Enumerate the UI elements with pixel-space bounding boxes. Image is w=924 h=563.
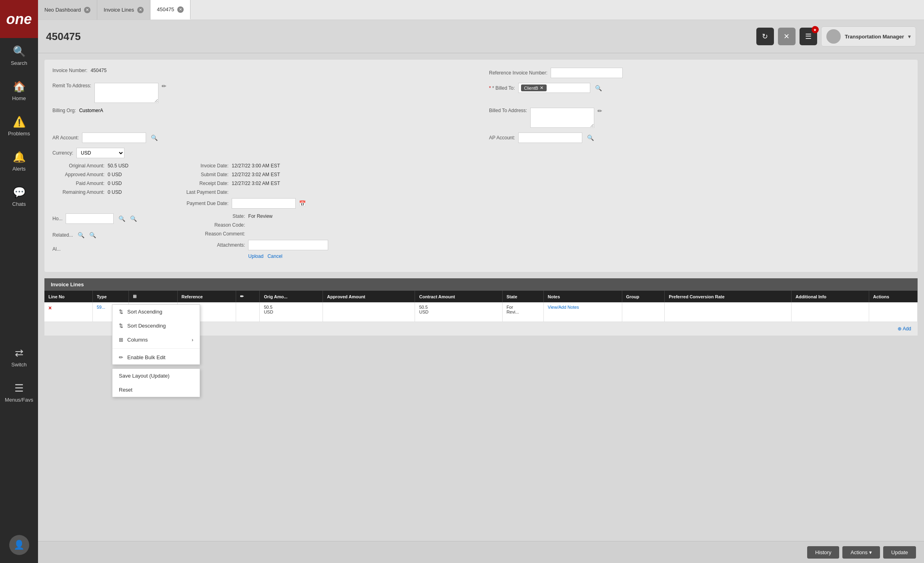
billed-to-address-input[interactable] [530,108,594,128]
reason-code-label: Reason Code: [193,222,245,228]
ho-search-icon-2[interactable]: 🔍 [130,215,137,222]
th-line-no: Line No [44,291,92,302]
remaining-amount-value: 0 USD [108,189,122,195]
ap-account-search-icon[interactable]: 🔍 [587,135,594,141]
cancel-link[interactable]: Cancel [267,253,282,259]
alerts-icon: 🔔 [13,151,26,163]
sidebar-item-chats[interactable]: 💬 Chats [0,179,38,214]
currency-select[interactable]: USD [76,148,124,158]
add-button[interactable]: ⊕ Add [898,326,911,332]
reference-invoice-group: Reference Invoice Number: [489,68,910,78]
th-type: Type [92,291,129,302]
attachments-row: Attachments: [193,240,328,250]
ap-account-label: AP Account: [489,135,515,141]
th-icon[interactable]: ⊞ [129,291,177,302]
tab-450475[interactable]: 450475 ✕ [150,0,190,20]
user-avatar-sidebar[interactable]: 👤 [9,535,29,555]
calendar-icon[interactable]: 📅 [299,200,306,207]
upload-link[interactable]: Upload [248,253,263,259]
ho-label: Ho... [52,216,62,221]
sidebar-item-menus[interactable]: ☰ Menus/Favs [0,375,38,410]
search-icon: 🔍 [13,45,26,58]
remit-to-edit-icon[interactable]: ✏ [162,83,166,89]
state-row: State: For Review [193,213,328,219]
home-icon: 🏠 [13,80,26,93]
sidebar-item-switch[interactable]: ⇄ Switch [0,340,38,375]
th-additional-info: Additional Info [792,291,869,302]
reset-item[interactable]: Reset [112,383,200,397]
tab-invoice-lines[interactable]: Invoice Lines ✕ [97,0,150,20]
update-button[interactable]: Update [883,546,916,559]
tab-neo-dashboard[interactable]: Neo Dashboard ✕ [38,0,97,20]
receipt-date-value: 12/27/22 3:02 AM EST [232,181,280,186]
delete-button[interactable]: × [48,305,52,311]
problems-icon: ⚠️ [13,116,26,128]
sidebar: one 🔍 Search 🏠 Home ⚠️ Problems 🔔 Alerts… [0,0,38,563]
header-actions: ↻ ✕ ☰ ★ Transportation Manager ▾ [756,26,916,46]
billed-to-address-label: Billed To Address: [489,108,527,113]
remit-to-input[interactable] [94,83,158,103]
th-preferred-conversion: Preferred Conversion Rate [665,291,792,302]
th-edit[interactable]: ✏ [236,291,260,302]
sort-ascending-item[interactable]: ⇅ Sort Ascending [112,305,200,319]
paid-amount-value: 0 USD [108,181,122,186]
cell-notes[interactable]: View/Add Notes [543,302,622,322]
reason-comment-label: Reason Comment: [193,231,245,237]
user-section[interactable]: Transportation Manager ▾ [821,26,916,46]
reason-code-row: Reason Code: [193,222,328,228]
submit-date-value: 12/27/22 3:02 AM EST [232,172,280,177]
sort-descending-item[interactable]: ⇅ Sort Descending [112,319,200,333]
billed-to-search-icon[interactable]: 🔍 [595,85,602,91]
history-button[interactable]: History [807,546,839,559]
invoice-date-row: Invoice Date: 12/27/22 3:00 AM EST [176,163,306,169]
remaining-amount-row: Remaining Amount: 0 USD [52,189,128,195]
ar-account-input[interactable] [82,133,146,143]
context-menu-divider [112,348,200,349]
tab-close-neo-dashboard[interactable]: ✕ [84,7,90,13]
state-value: For Review [248,213,273,219]
billing-org-value: CustomerA [79,108,103,113]
attachments-input[interactable] [248,240,328,250]
extra-fields: Ho... 🔍 🔍 Related... 🔍 🔍 Al... [52,213,137,252]
ap-account-group: AP Account: 🔍 [489,133,910,143]
sidebar-item-problems[interactable]: ⚠️ Problems [0,109,38,144]
related-search-icon-2[interactable]: 🔍 [89,232,96,238]
reference-invoice-input[interactable] [551,68,623,78]
cell-preferred-conversion [665,302,792,322]
context-menu: ⇅ Sort Ascending ⇅ Sort Descending ⊞ Col… [112,304,200,365]
billed-to-address-edit-icon[interactable]: ✏ [597,108,602,114]
tab-close-invoice-lines[interactable]: ✕ [137,7,144,13]
invoice-number-value: 450475 [90,68,106,73]
app-logo[interactable]: one [0,0,38,38]
close-button[interactable]: ✕ [778,28,796,45]
billed-to-container[interactable]: ClientB ✕ [518,83,590,93]
upload-cancel-row: Upload Cancel [248,253,328,259]
th-approved-amount: Approved Amount [323,291,415,302]
columns-item[interactable]: ⊞ Columns › [112,333,200,347]
sidebar-item-search[interactable]: 🔍 Search [0,38,38,73]
sidebar-item-home[interactable]: 🏠 Home [0,73,38,109]
ap-account-input[interactable] [518,133,582,143]
enable-bulk-edit-item[interactable]: ✏ Enable Bulk Edit [112,350,200,364]
ar-account-search-icon[interactable]: 🔍 [151,135,158,141]
payment-due-date-input[interactable] [232,198,296,209]
tab-close-450475[interactable]: ✕ [177,6,184,13]
actions-button[interactable]: Actions ▾ [842,546,880,559]
amounts-section: Original Amount: 50.5 USD Approved Amoun… [52,163,128,195]
save-layout-item[interactable]: Save Layout (Update) [112,369,200,383]
receipt-date-label: Receipt Date: [176,181,228,186]
related-label: Related... [52,232,73,238]
related-search-icon[interactable]: 🔍 [78,232,84,238]
payment-due-date-label: Payment Due Date: [176,201,228,206]
view-add-notes-link[interactable]: View/Add Notes [548,305,579,310]
sidebar-item-alerts[interactable]: 🔔 Alerts [0,144,38,179]
line-no-link[interactable]: 59... [97,305,105,310]
ho-search-icon[interactable]: 🔍 [118,215,125,222]
refresh-button[interactable]: ↻ [756,28,774,45]
billing-org-label: Billing Org: [52,108,76,113]
cell-empty [236,302,260,322]
billed-to-tag-close[interactable]: ✕ [540,85,543,90]
cell-delete[interactable]: × [44,302,92,322]
ho-input[interactable] [66,213,114,224]
form-row-3: Billing Org: CustomerA Billed To Address… [52,108,910,128]
